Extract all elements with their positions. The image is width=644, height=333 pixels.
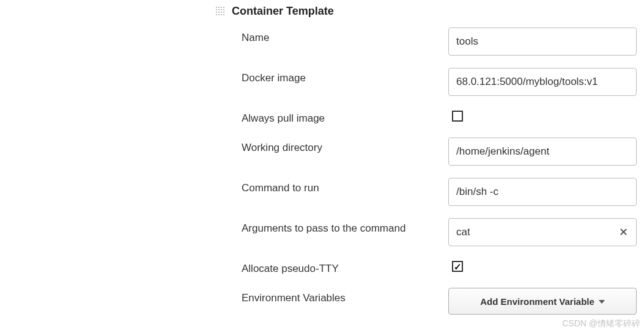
watermark: CSDN @情绪零碎碎 (562, 318, 640, 329)
svg-rect-12 (216, 14, 217, 15)
svg-rect-5 (218, 9, 220, 10)
clear-input-icon[interactable]: ✕ (616, 224, 631, 240)
add-env-var-button[interactable]: Add Environment Variable (448, 288, 637, 315)
row-env-vars: Environment Variables Add Environment Va… (216, 288, 638, 315)
label-always-pull: Always pull image (242, 108, 448, 125)
svg-rect-1 (218, 7, 220, 8)
working-dir-input[interactable] (448, 137, 637, 166)
label-tty: Allocate pseudo-TTY (242, 258, 448, 276)
label-docker-image: Docker image (242, 68, 448, 85)
svg-rect-13 (218, 14, 220, 15)
section-header: Container Template (216, 5, 638, 18)
caret-down-icon (599, 300, 605, 304)
command-input[interactable] (448, 178, 637, 206)
always-pull-checkbox[interactable] (452, 111, 463, 122)
row-command: Command to run (216, 178, 638, 206)
row-arguments: Arguments to pass to the command ✕ (216, 218, 638, 246)
section-title: Container Template (232, 5, 334, 18)
svg-rect-7 (223, 9, 224, 10)
svg-rect-8 (216, 12, 217, 13)
row-name: Name (216, 27, 638, 56)
row-working-dir: Working directory (216, 137, 638, 166)
tty-checkbox[interactable] (452, 261, 463, 272)
label-arguments: Arguments to pass to the command (242, 218, 448, 235)
row-tty: Allocate pseudo-TTY (216, 258, 638, 276)
container-template-section: Container Template Name Docker image Alw… (216, 5, 638, 315)
svg-rect-9 (218, 12, 220, 13)
add-env-var-button-label: Add Environment Variable (480, 296, 594, 307)
svg-rect-11 (223, 12, 224, 13)
row-docker-image: Docker image (216, 68, 638, 96)
label-command: Command to run (242, 178, 448, 195)
svg-rect-15 (223, 14, 224, 15)
svg-rect-14 (221, 14, 222, 15)
name-input[interactable] (448, 27, 637, 56)
label-name: Name (242, 27, 448, 45)
label-env-vars: Environment Variables (242, 288, 448, 305)
svg-rect-10 (221, 12, 222, 13)
svg-rect-6 (221, 9, 222, 10)
svg-rect-2 (221, 7, 222, 8)
docker-image-input[interactable] (448, 68, 637, 96)
arguments-input[interactable] (448, 218, 637, 246)
row-always-pull: Always pull image (216, 108, 638, 125)
drag-handle-icon[interactable] (216, 7, 226, 16)
svg-rect-3 (223, 7, 224, 8)
label-working-dir: Working directory (242, 137, 448, 155)
svg-rect-4 (216, 9, 217, 10)
svg-rect-0 (216, 7, 217, 8)
